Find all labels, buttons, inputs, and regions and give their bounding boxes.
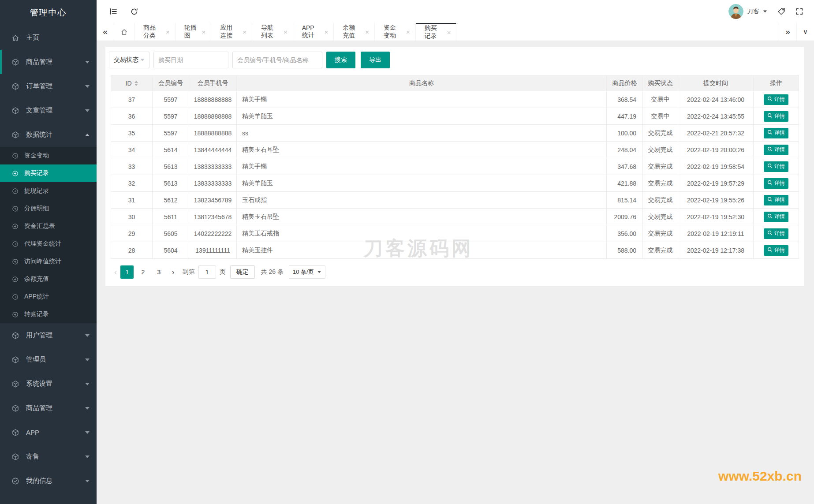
close-icon[interactable]: ×	[243, 29, 246, 35]
page-size-select[interactable]: 10 条/页	[289, 265, 325, 279]
detail-button-label: 详情	[774, 146, 785, 153]
page-number-2[interactable]: 2	[136, 265, 149, 279]
close-icon[interactable]: ×	[365, 29, 369, 35]
tab-balance-recharge[interactable]: 余额充值×	[334, 23, 375, 41]
cell-member_no: 5604	[153, 242, 189, 259]
sidebar-subitem-app-stats[interactable]: APP统计	[0, 288, 97, 306]
cell-phone: 13844444444	[189, 142, 237, 158]
tabs-scroll-right-button[interactable]: »	[779, 23, 796, 41]
close-icon[interactable]: ×	[202, 29, 205, 35]
tab-nav-list[interactable]: 导航列表×	[252, 23, 293, 41]
column-header[interactable]: ID	[111, 75, 153, 91]
detail-button[interactable]: 详情	[764, 94, 788, 105]
circle-plus-icon	[12, 311, 19, 318]
cell-phone: 18888888888	[189, 108, 237, 125]
close-icon[interactable]: ×	[284, 29, 288, 35]
magnifier-icon	[767, 146, 773, 153]
sidebar-subitem-purchase-records[interactable]: 购买记录	[0, 164, 97, 182]
sidebar-item-user-manage[interactable]: 用户管理	[0, 323, 97, 347]
sidebar-item-goods-manage[interactable]: 商品管理	[0, 50, 97, 74]
tag-icon[interactable]	[777, 7, 786, 16]
detail-button[interactable]: 详情	[764, 161, 788, 172]
tab-label: APP统计	[302, 24, 320, 39]
collapse-menu-icon[interactable]	[109, 7, 118, 16]
detail-button[interactable]: 详情	[764, 245, 788, 256]
close-icon[interactable]: ×	[325, 29, 329, 35]
sidebar-item-consignment[interactable]: 寄售	[0, 444, 97, 469]
chevron-down-icon	[85, 455, 90, 458]
detail-button[interactable]: 详情	[764, 128, 788, 138]
sidebar-subitem-funds-summary[interactable]: 资金汇总表	[0, 217, 97, 235]
sidebar-subitem-label: 访问峰值统计	[24, 258, 61, 265]
search-button[interactable]: 搜索	[326, 52, 355, 68]
tab-goods-category[interactable]: 商品分类×	[134, 23, 175, 41]
tabs-menu-button[interactable]: ∨	[796, 23, 814, 41]
detail-button[interactable]: 详情	[764, 111, 788, 122]
sidebar-item-admins[interactable]: 管理员	[0, 347, 97, 372]
page-number-3[interactable]: 3	[152, 265, 165, 279]
home-tab[interactable]	[114, 23, 134, 41]
detail-button[interactable]: 详情	[764, 195, 788, 205]
sidebar-subitem-balance-recharge[interactable]: 余额充值	[0, 270, 97, 288]
detail-button[interactable]: 详情	[764, 178, 788, 189]
user-menu[interactable]: 刀客	[728, 4, 767, 19]
goto-page-input[interactable]	[198, 265, 216, 279]
tab-label: 余额充值	[343, 24, 361, 40]
sidebar-item-order-manage[interactable]: 订单管理	[0, 74, 97, 98]
sidebar-item-app[interactable]: APP	[0, 420, 97, 444]
sidebar-item-goods-manage-2[interactable]: 商品管理	[0, 396, 97, 420]
cell-price: 447.19	[607, 108, 643, 125]
sidebar-subitem-label: 代理资金统计	[24, 240, 61, 248]
circle-plus-icon	[12, 170, 19, 177]
circle-plus-icon	[12, 153, 19, 159]
sidebar-item-data-stats[interactable]: 数据统计	[0, 123, 97, 147]
purchase-date-input[interactable]	[153, 52, 228, 68]
close-icon[interactable]: ×	[166, 29, 170, 35]
sidebar-subitem-visit-peak-stats[interactable]: 访问峰值统计	[0, 253, 97, 270]
tab-purchase-records[interactable]: 购买记录×	[416, 23, 457, 41]
sidebar-subitem-withdraw-records[interactable]: 提现记录	[0, 182, 97, 200]
detail-button[interactable]: 详情	[764, 228, 788, 239]
cell-product: 精美羊脂玉	[237, 175, 607, 192]
confirm-button[interactable]: 确定	[230, 265, 255, 279]
tab-label: 购买记录	[425, 24, 443, 40]
sidebar-item-article-manage[interactable]: 文章管理	[0, 98, 97, 123]
close-icon[interactable]: ×	[406, 29, 410, 35]
cell-price: 100.00	[607, 125, 643, 142]
tab-app-link[interactable]: 应用连接×	[211, 23, 252, 41]
cell-id: 33	[111, 158, 153, 175]
sort-icon[interactable]	[134, 81, 138, 86]
sidebar-item-home[interactable]: 主页	[0, 26, 97, 50]
tab-funds-change[interactable]: 资金变动×	[375, 23, 416, 41]
tabs-scroll-left-button[interactable]: «	[97, 23, 114, 41]
cell-product: ss	[237, 125, 607, 142]
home-icon	[11, 34, 20, 42]
prev-page-button[interactable]: ‹	[111, 266, 120, 278]
tab-app-stats[interactable]: APP统计×	[293, 23, 334, 41]
detail-button-label: 详情	[774, 246, 785, 254]
column-header-label: 商品名称	[237, 75, 607, 91]
fullscreen-icon[interactable]	[795, 7, 803, 15]
sidebar-item-system-settings[interactable]: 系统设置	[0, 372, 97, 396]
cell-product: 精美羊脂玉	[237, 108, 607, 125]
table-row: 32561313833333333精美羊脂玉421.88交易完成2022-02-…	[111, 175, 799, 192]
filter-bar: 交易状态 搜索 导出	[105, 47, 804, 68]
sidebar-subitem-transfer-records[interactable]: 转账记录	[0, 306, 97, 323]
export-button[interactable]: 导出	[361, 52, 390, 68]
sidebar-item-my-info[interactable]: 我的信息	[0, 469, 97, 493]
sidebar-subitem-agent-funds-stats[interactable]: 代理资金统计	[0, 235, 97, 253]
next-page-button[interactable]: ›	[168, 266, 178, 278]
sidebar-subitem-commission-detail[interactable]: 分佣明细	[0, 200, 97, 217]
cell-phone: 18888888888	[189, 91, 237, 108]
detail-button[interactable]: 详情	[764, 145, 788, 155]
close-icon[interactable]: ×	[447, 29, 451, 36]
page-word-label: 页	[220, 268, 226, 276]
tab-carousel[interactable]: 轮播图×	[175, 23, 212, 41]
table-row: 31561213823456789玉石戒指815.14交易完成2022-02-1…	[111, 192, 799, 209]
sidebar-subitem-funds-change[interactable]: 资金变动	[0, 147, 97, 164]
trade-status-select[interactable]: 交易状态	[109, 52, 149, 68]
page-number-1[interactable]: 1	[120, 265, 134, 279]
keyword-input[interactable]	[232, 52, 322, 68]
detail-button[interactable]: 详情	[764, 212, 788, 222]
refresh-icon[interactable]	[130, 7, 138, 16]
